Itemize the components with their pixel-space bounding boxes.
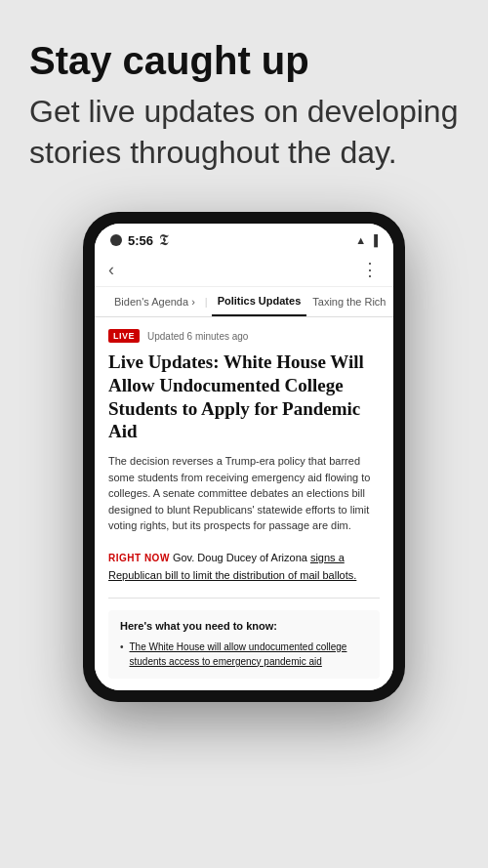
need-to-know-link[interactable]: The White House will allow undocumented … (130, 640, 368, 669)
tabs-bar: Biden's Agenda › | Politics Updates Taxi… (95, 287, 393, 317)
article-headline: Live Updates: White House Will Allow Und… (108, 351, 380, 443)
content-divider (108, 598, 380, 599)
right-now-section: RIGHT NOW Gov. Doug Ducey of Arizona sig… (108, 548, 380, 584)
nyt-logo: 𝕿 (159, 231, 169, 249)
content-area: LIVE Updated 6 minutes ago Live Updates:… (95, 317, 393, 690)
status-bar: 5:56 𝕿 ▲ ▐ (95, 224, 393, 253)
back-button[interactable]: ‹ (108, 260, 114, 280)
status-time: 5:56 (128, 233, 153, 248)
phone-frame: 5:56 𝕿 ▲ ▐ ‹ ⋮ Biden's Agenda › | Politi… (83, 212, 405, 702)
wifi-icon: ▲ (355, 234, 366, 246)
phone-container: 5:56 𝕿 ▲ ▐ ‹ ⋮ Biden's Agenda › | Politi… (0, 192, 488, 702)
need-to-know-section: Here's what you need to know: • The Whit… (108, 610, 380, 679)
nav-bar: ‹ ⋮ (95, 253, 393, 287)
hero-subtitle: Get live updates on developing stories t… (29, 92, 459, 173)
tab-bidens-agenda[interactable]: Biden's Agenda › (108, 288, 201, 315)
more-button[interactable]: ⋮ (361, 259, 380, 280)
bullet-icon: • (120, 640, 124, 669)
status-right: ▲ ▐ (355, 234, 378, 246)
need-to-know-item: • The White House will allow undocumente… (120, 640, 368, 669)
right-now-label: RIGHT NOW (108, 553, 170, 563)
status-dot (110, 234, 122, 246)
tab-divider: | (201, 296, 212, 308)
hero-title: Stay caught up (29, 39, 459, 82)
tab-politics-updates[interactable]: Politics Updates (212, 287, 307, 316)
status-left: 5:56 𝕿 (110, 231, 169, 249)
phone-screen: 5:56 𝕿 ▲ ▐ ‹ ⋮ Biden's Agenda › | Politi… (95, 224, 393, 690)
live-badge: LIVE (108, 329, 140, 343)
need-to-know-title: Here's what you need to know: (120, 620, 368, 632)
updated-text: Updated 6 minutes ago (147, 331, 248, 342)
article-body: The decision reverses a Trump-era policy… (108, 453, 380, 534)
live-badge-row: LIVE Updated 6 minutes ago (108, 329, 380, 343)
tab-extra[interactable]: $4 (391, 288, 393, 315)
hero-section: Stay caught up Get live updates on devel… (0, 0, 488, 192)
battery-icon: ▐ (370, 234, 378, 246)
tab-taxing-rich[interactable]: Taxing the Rich (306, 288, 391, 315)
